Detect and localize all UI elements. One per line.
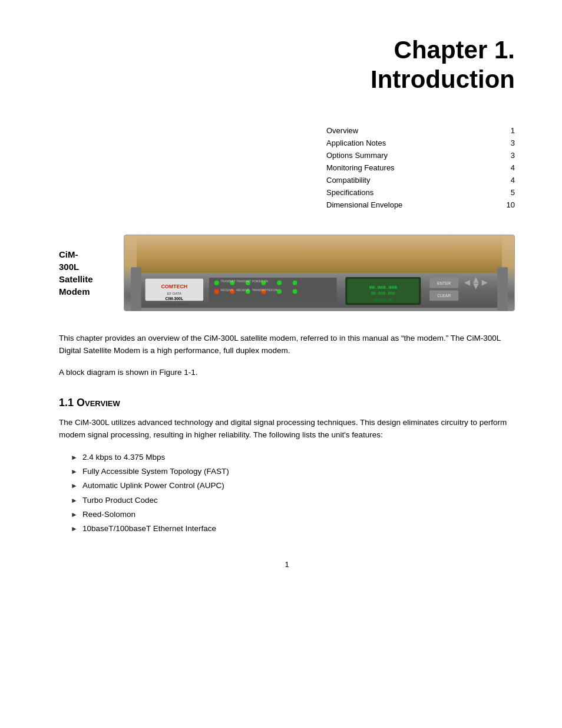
intro-paragraph1: This chapter provides an overview of the… [59, 332, 515, 357]
bullet-icon: ► [71, 480, 78, 493]
intro-paragraph2: A block diagram is shown in Figure 1-1. [59, 366, 515, 379]
bullet-icon: ► [71, 452, 78, 465]
svg-point-16 [293, 281, 297, 285]
toc-row: Application Notes 3 [326, 137, 515, 149]
toc-row: Compatibility 4 [326, 174, 515, 186]
toc-item-overview: Overview [326, 126, 497, 135]
list-item-text: 10baseT/100baseT Ethernet Interface [82, 522, 216, 536]
toc-page-monitoring: 4 [497, 163, 515, 172]
svg-text:TRANSMIT: TRANSMIT [236, 280, 251, 283]
bullet-icon: ► [71, 495, 78, 508]
toc-table: Overview 1 Application Notes 3 Options S… [326, 124, 515, 211]
list-item: ► Reed-Solomon [71, 508, 515, 522]
section-1-1-heading: 1.1 Overview [59, 397, 515, 409]
svg-text:COMTECH: COMTECH [161, 283, 187, 289]
toc-item-specs: Specifications [326, 188, 497, 197]
list-item: ► 10baseT/100baseT Ethernet Interface [71, 522, 515, 536]
list-item-text: Fully Accessible System Topology (FAST) [82, 465, 229, 479]
svg-text:TRANSMIT: TRANSMIT [221, 280, 236, 283]
svg-rect-3 [131, 267, 141, 311]
bullet-icon: ► [71, 466, 78, 479]
chapter-header: Chapter 1.Introduction [59, 35, 515, 95]
toc-page-appnotes: 3 [497, 139, 515, 147]
svg-text:EF DATA: EF DATA [167, 292, 181, 295]
svg-point-11 [214, 281, 219, 285]
svg-text:RECEIVE: RECEIVE [221, 288, 234, 291]
product-label: CiM-300LSatelliteModem [59, 248, 112, 298]
bullet-icon: ► [71, 509, 78, 522]
svg-text:STATUS OK: STATUS OK [373, 298, 392, 302]
chapter-title: Chapter 1.Introduction [59, 35, 515, 95]
svg-point-17 [214, 289, 219, 294]
list-item: ► Automatic Uplink Power Control (AUPC) [71, 479, 515, 493]
svg-text:RECEIVE: RECEIVE [236, 288, 249, 291]
svg-point-15 [277, 281, 282, 285]
toc-row: Monitoring Features 4 [326, 162, 515, 174]
toc-item-compat: Compatibility [326, 176, 497, 185]
list-item-text: Reed-Solomon [82, 508, 135, 522]
svg-text:00.000.000: 00.000.000 [369, 284, 397, 289]
section-number: 1.1 [59, 397, 77, 409]
svg-text:00.000.000: 00.000.000 [371, 291, 395, 296]
list-item: ► Fully Accessible System Topology (FAST… [71, 465, 515, 479]
section-title: Overview [77, 397, 120, 409]
list-item-text: Turbo Product Codec [82, 493, 158, 508]
toc-row: Overview 1 [326, 124, 515, 137]
features-list: ► 2.4 kbps to 4.375 Mbps ► Fully Accessi… [59, 450, 515, 536]
toc-page-overview: 1 [497, 126, 515, 135]
section-1-1-body: The CiM-300L utilizes advanced technolog… [59, 416, 515, 442]
toc-section: Overview 1 Application Notes 3 Options S… [59, 124, 515, 211]
toc-item-dimensional: Dimensional Envelope [326, 200, 497, 209]
svg-rect-4 [497, 267, 508, 311]
device-image: COMTECH EF DATA CIM-300L SATELLITE MODEM… [124, 235, 515, 311]
svg-rect-1 [137, 235, 502, 273]
svg-point-22 [293, 289, 297, 294]
page-number: 1 [59, 560, 515, 569]
toc-row: Options Summary 3 [326, 149, 515, 162]
toc-page-dimensional: 10 [497, 200, 515, 209]
svg-text:POWER ON: POWER ON [252, 280, 269, 283]
toc-item-monitoring: Monitoring Features [326, 163, 497, 172]
toc-row: Dimensional Envelope 10 [326, 199, 515, 211]
svg-text:CIM-300L: CIM-300L [166, 297, 184, 301]
svg-text:CLEAR: CLEAR [437, 294, 451, 298]
toc-item-appnotes: Application Notes [326, 139, 497, 147]
product-section: CiM-300LSatelliteModem [59, 235, 515, 311]
toc-row: Specifications 5 [326, 186, 515, 199]
toc-page-compat: 4 [497, 176, 515, 185]
toc-page-options: 3 [497, 151, 515, 160]
bullet-icon: ► [71, 523, 78, 536]
toc-page-specs: 5 [497, 188, 515, 197]
toc-item-options: Options Summary [326, 151, 497, 160]
svg-text:TRANSMITTER ON: TRANSMITTER ON [252, 288, 278, 291]
list-item-text: 2.4 kbps to 4.375 Mbps [82, 450, 165, 465]
list-item: ► Turbo Product Codec [71, 493, 515, 508]
svg-text:ENTER: ENTER [437, 281, 451, 285]
list-item: ► 2.4 kbps to 4.375 Mbps [71, 450, 515, 465]
svg-text:SATELLITE MODEM: SATELLITE MODEM [161, 303, 188, 306]
device-svg: COMTECH EF DATA CIM-300L SATELLITE MODEM… [124, 235, 514, 311]
list-item-text: Automatic Uplink Power Control (AUPC) [82, 479, 224, 493]
